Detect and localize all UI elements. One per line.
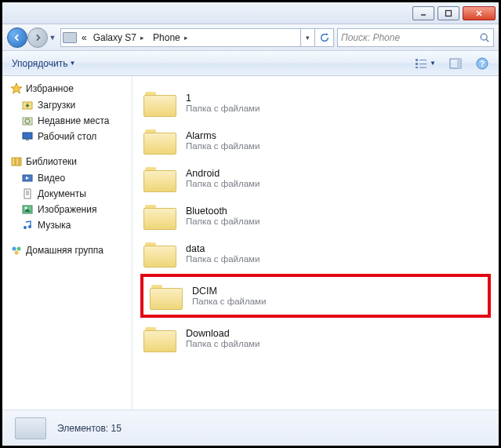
svg-rect-8 [416, 67, 418, 68]
folder-icon [143, 89, 176, 117]
svg-rect-22 [12, 158, 15, 166]
folder-subtitle: Папка с файлами [186, 254, 260, 264]
folder-subtitle: Папка с файлами [186, 179, 260, 188]
minimize-button[interactable] [412, 6, 434, 20]
folder-subtitle: Папка с файлами [186, 141, 260, 151]
folder-text: AlarmsПапка с файлами [186, 130, 260, 151]
chevron-right-icon[interactable]: ▸ [138, 34, 147, 42]
sidebar-item-label: Изображения [38, 204, 96, 215]
sidebar-item-label: Недавние места [38, 115, 109, 126]
search-placeholder: Поиск: Phone [341, 32, 400, 43]
forward-button[interactable] [27, 27, 48, 48]
folder-icon [143, 126, 176, 155]
folder-name: Android [186, 168, 260, 179]
svg-point-4 [481, 34, 487, 40]
preview-pane-icon [448, 56, 463, 71]
folder-text: DCIMПапка с файлами [192, 286, 266, 306]
close-button[interactable] [463, 6, 496, 20]
breadcrumb-phone[interactable]: Phone ▸ [150, 29, 194, 46]
libraries-group: Библиотеки Видео Документы Изображения М… [10, 155, 132, 233]
nav-history-dropdown[interactable]: ▼ [48, 34, 57, 42]
documents-icon [21, 188, 34, 200]
favorites-header[interactable]: Избранное [10, 82, 132, 95]
search-icon [479, 32, 490, 43]
favorites-label: Избранное [26, 83, 74, 94]
folder-text: BluetoothПапка с файлами [186, 206, 260, 226]
file-list[interactable]: 1Папка с файламиAlarmsПапка с файламиAnd… [133, 76, 499, 410]
recent-icon [21, 115, 34, 127]
folder-text: DownloadПапка с файлами [186, 328, 260, 348]
refresh-button[interactable] [314, 28, 333, 47]
breadcrumb-label: Phone [153, 32, 180, 43]
breadcrumb-galaxy-s7[interactable]: Galaxy S7 ▸ [90, 29, 150, 46]
folder-name: Bluetooth [186, 206, 260, 217]
search-input[interactable]: Поиск: Phone [337, 28, 494, 47]
help-icon: ? [475, 56, 489, 71]
breadcrumb-label: Galaxy S7 [93, 32, 136, 43]
svg-rect-20 [23, 133, 32, 139]
breadcrumb-prefix[interactable]: « [78, 29, 90, 46]
drive-icon [15, 417, 46, 439]
help-button[interactable]: ? [472, 55, 492, 72]
downloads-icon [21, 99, 34, 111]
folder-item[interactable]: AndroidПапка с файлами [137, 159, 494, 197]
star-icon [10, 82, 23, 95]
maximize-button[interactable] [437, 6, 459, 20]
folder-item[interactable]: dataПапка с файлами [137, 235, 494, 272]
folder-subtitle: Папка с файлами [186, 217, 260, 226]
folder-item[interactable]: DCIMПапка с файлами [140, 274, 491, 318]
organize-button[interactable]: Упорядочить ▼ [9, 56, 78, 71]
desktop-icon [21, 130, 34, 143]
folder-text: AndroidПапка с файлами [186, 168, 260, 188]
svg-rect-21 [26, 139, 29, 140]
homegroup-header[interactable]: Домашняя группа [10, 244, 132, 257]
svg-point-35 [28, 225, 31, 228]
sidebar-item-music[interactable]: Музыка [10, 217, 132, 233]
svg-line-5 [486, 39, 488, 42]
svg-rect-23 [16, 158, 19, 166]
sidebar-item-documents[interactable]: Документы [10, 186, 132, 202]
chevron-right-icon[interactable]: ▸ [182, 34, 191, 42]
sidebar-item-videos[interactable]: Видео [10, 170, 132, 186]
sidebar-item-label: Видео [38, 173, 65, 184]
status-text: Элементов: 15 [57, 423, 122, 434]
music-icon [21, 219, 34, 231]
folder-item[interactable]: AlarmsПапка с файлами [137, 122, 494, 159]
svg-point-38 [15, 251, 19, 255]
preview-pane-button[interactable] [445, 55, 466, 72]
folder-icon [150, 282, 183, 310]
explorer-window: ▼ « Galaxy S7 ▸ Phone ▸ ▾ Поиск: Phone [0, 0, 501, 448]
sidebar-item-pictures[interactable]: Изображения [10, 202, 132, 217]
pictures-icon [21, 203, 34, 216]
folder-icon [143, 202, 176, 230]
folder-subtitle: Папка с файлами [186, 339, 260, 348]
folder-item[interactable]: 1Папка с файлами [137, 84, 494, 122]
libraries-header[interactable]: Библиотеки [10, 155, 132, 168]
homegroup-label: Домашняя группа [26, 245, 103, 256]
svg-text:?: ? [480, 60, 485, 68]
titlebar [2, 2, 499, 24]
folder-subtitle: Папка с файлами [192, 297, 266, 306]
sidebar-item-label: Рабочий стол [38, 131, 96, 142]
folder-name: Download [186, 328, 260, 339]
folder-item[interactable]: BluetoothПапка с файлами [137, 197, 494, 235]
folder-item[interactable]: DownloadПапка с файлами [137, 319, 494, 357]
address-dropdown[interactable]: ▾ [300, 28, 314, 47]
favorites-group: Избранное Загрузки Недавние места Рабочи… [10, 82, 132, 144]
sidebar-item-recent[interactable]: Недавние места [10, 113, 132, 129]
address-bar[interactable]: « Galaxy S7 ▸ Phone ▸ ▾ [60, 28, 334, 47]
drive-icon [63, 32, 77, 43]
svg-point-36 [13, 247, 16, 251]
sidebar-item-downloads[interactable]: Загрузки [10, 97, 132, 113]
view-options-button[interactable]: ▼ [411, 55, 439, 72]
sidebar-item-desktop[interactable]: Рабочий стол [10, 129, 132, 144]
nav-arrows: ▼ [7, 27, 57, 48]
svg-rect-6 [416, 59, 418, 61]
folder-name: Alarms [186, 130, 260, 141]
back-button[interactable] [7, 27, 27, 48]
svg-point-32 [25, 207, 27, 209]
svg-rect-7 [416, 63, 418, 65]
homegroup-icon [10, 244, 23, 257]
sidebar: Избранное Загрузки Недавние места Рабочи… [2, 76, 133, 410]
folder-icon [143, 239, 176, 268]
